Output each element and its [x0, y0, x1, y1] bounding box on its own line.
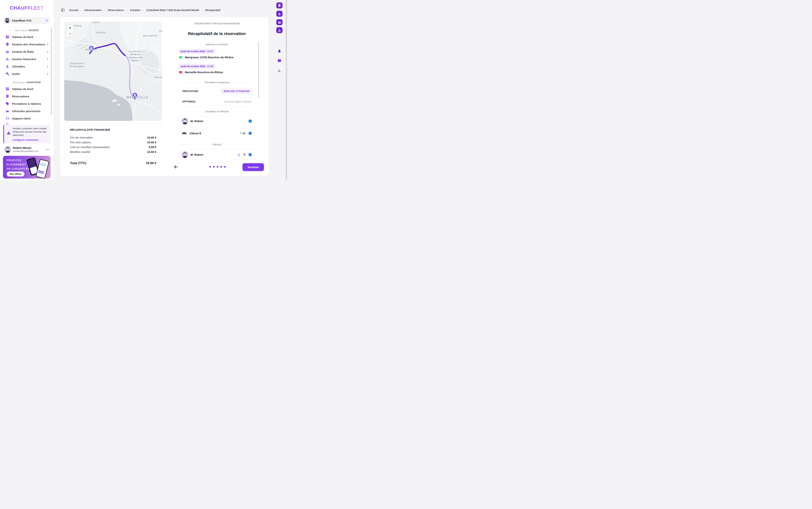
back-button[interactable] [173, 165, 178, 169]
promo-offers-button[interactable]: Nos offres [7, 171, 24, 176]
user-profile[interactable]: Robert Mason contact@chauffleet.com [4, 146, 50, 153]
zoom-in-button[interactable]: + [67, 25, 73, 31]
info-icon[interactable] [248, 153, 252, 157]
company-building-icon [4, 18, 10, 23]
vehicle-name: Classe E [190, 132, 201, 135]
breadcrumb-creation[interactable]: Création [130, 8, 140, 12]
arrow-left-icon [173, 165, 178, 169]
prestation-value-badge: BERLINE STANDARD [221, 88, 253, 94]
vehicle-row: Classe E 4 [178, 128, 255, 138]
dropoff-datetime-badge: jeudi 30 octobre 2025 - 17:41 [178, 64, 216, 69]
chevron-right-icon [46, 72, 49, 75]
sidebar-item-gestion-reservations[interactable]: Gestion des réservations [0, 41, 54, 48]
avatar [182, 118, 188, 124]
sidebar-item-outils[interactable]: Outils [0, 70, 54, 77]
workspace-selector[interactable]: Chauffleet VTC [3, 17, 50, 24]
section-prestation: Prestation et option(s) [178, 81, 255, 84]
receipt-icon [5, 42, 9, 46]
sidebar-item-tableau-de-bord-societe[interactable]: Tableau de bord [0, 33, 54, 41]
financial-row: Bénéfice société10.00 € [70, 150, 156, 154]
chevron-right-icon [46, 58, 49, 61]
financial-title: RÉCAPITULATIF FINANCIER [70, 128, 110, 132]
breadcrumb-reservation-id[interactable]: 019a35e6-9604-7389-8ca8-e5ce4615ba56 [147, 8, 199, 12]
avatar [4, 146, 11, 153]
section-clients: Client(s) [178, 143, 255, 146]
step-dot [220, 166, 222, 168]
sidebar-item-prestations-options[interactable]: Prestations & Options [0, 100, 54, 107]
dropoff-address: Marseille Bouches-du-Rhône [179, 71, 223, 74]
financial-row: Prix de réservation10.00 € [70, 136, 156, 139]
options-row: OPTION(S) Aucune option choisie [178, 97, 255, 106]
wheelchair-icon[interactable] [237, 153, 241, 157]
driver-name: M. Robert [190, 120, 203, 123]
sidebar-item-vehicules-personnels[interactable]: Véhicules personnels [0, 107, 54, 115]
zoom-out-button[interactable]: − [67, 31, 73, 37]
sidebar-item-clipped[interactable] [0, 122, 54, 125]
sidebar-item-clienteles[interactable]: Clientèles [0, 63, 54, 70]
recap-scrollbar[interactable] [258, 42, 259, 98]
map-canvas [64, 22, 162, 121]
rail-drivers-button[interactable] [276, 27, 283, 33]
sidebar-item-gestion-flotte[interactable]: Gestion de flotte [0, 48, 54, 55]
user-menu-ellipsis[interactable] [45, 148, 50, 151]
breadcrumb-reservations[interactable]: Réservations [108, 8, 124, 12]
dropoff-dot-icon [179, 71, 182, 73]
workspace-name: Chauffleet VTC [12, 19, 45, 22]
person-icon [278, 12, 281, 15]
sidebar-item-tableau-de-bord-chauffeur[interactable]: Tableau de bord [0, 85, 54, 93]
options-value: Aucune option choisie [224, 100, 251, 103]
dollar-icon[interactable]: $ [243, 153, 245, 157]
sidebar-item-gestion-financiere[interactable]: Gestion financière [0, 55, 54, 63]
breadcrumb-administration[interactable]: Administration [84, 8, 102, 12]
client-row: M. Robert $ [178, 149, 255, 160]
warning-icon [7, 131, 11, 135]
dark-mode-moon-icon[interactable] [278, 69, 282, 73]
route-map[interactable]: Rognac erre-l'Étang Vitrolles Bouc-Bel-A… [64, 22, 162, 121]
finish-button[interactable]: Terminer [242, 163, 264, 171]
chat-icon[interactable] [278, 59, 281, 63]
rail-clients-button[interactable] [276, 11, 283, 17]
car-icon [5, 109, 9, 113]
divider [70, 157, 156, 157]
breadcrumb-recapitulatif: Récapitulatif [205, 8, 220, 12]
step-indicator [207, 166, 228, 168]
page-title: Récapitulatif de la réservation [178, 31, 255, 36]
map-zoom-control: + − [67, 25, 73, 37]
rail-vehicles-button[interactable] [276, 19, 283, 25]
sidebar-item-reservations[interactable]: Réservations [0, 93, 54, 100]
driver-row: M. Robert [178, 116, 255, 126]
stripe-configure-link[interactable]: Configurer maintenant [12, 138, 48, 141]
window-scrollbar-track[interactable] [286, 0, 287, 180]
stripe-alert: Veuillez connecter votre compte Stripe p… [3, 125, 51, 143]
sidebar-scrollbar[interactable] [51, 27, 52, 115]
chevron-right-icon [46, 43, 49, 46]
breadcrumb: Accueil› Administration› Réservations› C… [61, 7, 220, 12]
chauffeur-icon [278, 29, 281, 32]
step-dot [209, 166, 211, 168]
passengers-icon [242, 132, 246, 135]
tools-icon [5, 72, 9, 76]
receipt-icon [5, 94, 9, 98]
promo-line1: PROFITEZ [7, 159, 22, 162]
breadcrumb-accueil[interactable]: Accueil [69, 8, 78, 12]
step-dot [213, 166, 215, 168]
promo-line2: PLEINEMENT [7, 163, 26, 166]
dashboard-icon [5, 35, 9, 39]
notifications-bell-icon[interactable] [278, 49, 282, 53]
rail-reservations-button[interactable] [276, 2, 283, 8]
info-icon[interactable] [248, 119, 252, 123]
step-dot [217, 166, 218, 168]
info-icon[interactable] [248, 131, 252, 135]
promo-banner[interactable]: PROFITEZ PLEINEMENT DE CHAUFFLEET Nos of… [3, 156, 51, 178]
headset-icon [5, 116, 9, 120]
chevron-right-icon [46, 50, 49, 53]
financial-total-row: Total (TTC)10.00 € [70, 161, 156, 165]
section-header-societe: Mon espaceSOCIÉTÉ [5, 29, 49, 32]
vehicle-capacity: 4 [240, 132, 246, 135]
user-email: contact@chauffleet.com [13, 150, 39, 152]
sidebar-toggle-icon[interactable] [61, 8, 65, 12]
sidebar-item-support-client[interactable]: Support client [0, 115, 54, 122]
financial-summary: RÉCAPITULATIF FINANCIER Prix de réservat… [64, 123, 162, 171]
pickup-address: Marignane 13700 Bouches-du-Rhône [179, 56, 233, 59]
client-name: M. Robert [190, 153, 203, 156]
